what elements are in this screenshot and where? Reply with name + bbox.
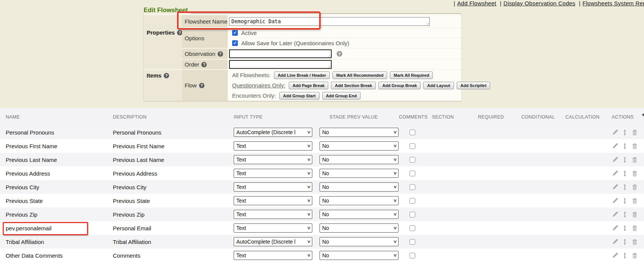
flow-action-button[interactable]: Add Group Start (279, 92, 320, 100)
conditional-cell (521, 139, 565, 153)
pencil-icon[interactable] (612, 225, 618, 231)
trash-icon[interactable] (631, 143, 638, 149)
chevron-down-icon (393, 144, 397, 148)
up-down-arrow-icon[interactable] (622, 239, 628, 245)
stage-prev-value-select[interactable]: No (320, 128, 399, 137)
comments-checkbox[interactable] (410, 157, 415, 163)
pencil-icon[interactable] (612, 157, 618, 163)
resize-handle-icon[interactable] (426, 22, 429, 25)
chevron-down-icon (393, 157, 397, 162)
input-type-select[interactable]: Text (234, 210, 312, 219)
stage-prev-value-select[interactable]: No (320, 223, 399, 233)
trash-icon[interactable] (631, 184, 638, 190)
help-icon[interactable] (201, 62, 207, 67)
column-header-description: DESCRIPTION (113, 108, 234, 125)
help-icon[interactable] (337, 51, 342, 57)
pencil-icon[interactable] (612, 239, 618, 245)
pencil-icon[interactable] (612, 211, 618, 218)
trash-icon[interactable] (631, 211, 638, 218)
trash-icon[interactable] (631, 239, 638, 245)
input-type-select[interactable]: Text (234, 223, 312, 233)
help-icon[interactable] (218, 51, 223, 57)
flow-action-button[interactable]: Mark All Recommended (332, 71, 387, 79)
top-nav-item: |Flowsheets System Rep (577, 0, 644, 6)
flow-action-button[interactable]: Add Scriptlet (457, 82, 490, 89)
trash-icon[interactable] (631, 170, 638, 177)
top-nav-link[interactable]: Display Observation Codes (503, 0, 575, 6)
pencil-icon[interactable] (612, 170, 618, 177)
up-down-arrow-icon[interactable] (622, 211, 628, 218)
flow-action-button[interactable]: Add Page Break (289, 82, 328, 89)
top-nav-link[interactable]: Flowsheets System Rep (582, 0, 644, 6)
flowsheet-name-input[interactable]: Demographic Data (229, 17, 430, 26)
trash-icon[interactable] (631, 198, 638, 204)
stage-prev-value-select[interactable]: No (320, 251, 399, 260)
stage-prev-value-select[interactable]: No (320, 210, 399, 219)
up-down-arrow-icon[interactable] (622, 225, 628, 231)
stage-prev-value-select[interactable]: No (320, 237, 399, 246)
conditional-cell (521, 166, 565, 180)
allow-save-checkbox[interactable] (232, 40, 238, 46)
input-type-select[interactable]: Text (234, 141, 312, 151)
comments-checkbox[interactable] (410, 225, 415, 231)
input-type-select[interactable]: AutoComplete (Discrete l (234, 237, 312, 246)
trash-icon[interactable] (631, 252, 638, 259)
flow-action-button[interactable]: Add Layout (423, 82, 454, 89)
active-checkbox[interactable] (232, 30, 238, 36)
pencil-icon[interactable] (612, 184, 618, 190)
pencil-icon[interactable] (612, 129, 618, 136)
trash-icon[interactable] (631, 129, 638, 136)
observation-cell (228, 49, 461, 59)
input-type-select[interactable]: Text (234, 196, 312, 205)
input-type-select[interactable]: Text (234, 251, 312, 260)
input-type-select[interactable]: Text (234, 155, 312, 164)
flow-action-button[interactable]: Add Group Break (378, 82, 421, 89)
column-header-name: NAME (6, 108, 113, 125)
comments-checkbox[interactable] (410, 130, 415, 135)
comments-checkbox[interactable] (410, 143, 415, 149)
up-down-arrow-icon[interactable] (622, 198, 628, 204)
stage-prev-value-select[interactable]: No (320, 169, 399, 178)
stage-prev-value-select[interactable]: No (320, 155, 399, 164)
up-down-arrow-icon[interactable] (622, 143, 628, 149)
input-type-select[interactable]: AutoComplete (Discrete l (234, 128, 312, 137)
chevron-down-icon (307, 198, 311, 203)
column-header-section: SECTION (432, 108, 478, 125)
observation-input[interactable] (229, 49, 332, 58)
comments-checkbox[interactable] (410, 239, 415, 245)
pencil-icon[interactable] (612, 143, 618, 149)
trash-icon[interactable] (631, 157, 638, 163)
input-type-select[interactable]: Text (234, 169, 312, 178)
up-down-arrow-icon[interactable] (622, 184, 628, 190)
comments-checkbox[interactable] (410, 184, 415, 190)
pencil-icon[interactable] (612, 252, 618, 259)
stage-prev-value-select[interactable]: No (320, 196, 399, 205)
stage-prev-value-select[interactable]: No (320, 182, 399, 192)
flow-action-button[interactable]: Mark All Required (390, 71, 433, 79)
help-icon[interactable] (164, 73, 169, 78)
up-down-arrow-icon[interactable] (622, 252, 628, 259)
up-down-arrow-icon[interactable] (622, 129, 628, 136)
input-type-select[interactable]: Text (234, 182, 312, 192)
section-cell (432, 235, 478, 249)
flow-action-button[interactable]: Add Line Break / Header (274, 71, 330, 79)
flow-cell: All Flowsheets: Add Line Break / Header … (228, 70, 461, 101)
flow-action-button[interactable]: Add Section Break (331, 82, 376, 89)
comments-checkbox[interactable] (410, 198, 415, 204)
top-nav-link[interactable]: Add Flowsheet (457, 0, 496, 6)
stage-prev-value-select[interactable]: No (320, 141, 399, 151)
up-down-arrow-icon[interactable] (622, 157, 628, 163)
order-input[interactable] (229, 60, 332, 69)
chevron-down-icon (393, 253, 397, 257)
properties-group-label: Properties (147, 29, 175, 36)
comments-checkbox[interactable] (410, 212, 415, 217)
pencil-icon[interactable] (612, 198, 618, 204)
up-down-arrow-icon[interactable] (622, 170, 628, 177)
resize-handle-icon[interactable] (327, 64, 331, 68)
flow-action-button[interactable]: Add Group End (322, 92, 361, 100)
comments-checkbox[interactable] (410, 171, 415, 176)
trash-icon[interactable] (631, 225, 638, 231)
comments-checkbox[interactable] (410, 253, 415, 258)
resize-handle-icon[interactable] (327, 54, 331, 57)
help-icon[interactable] (199, 83, 204, 88)
